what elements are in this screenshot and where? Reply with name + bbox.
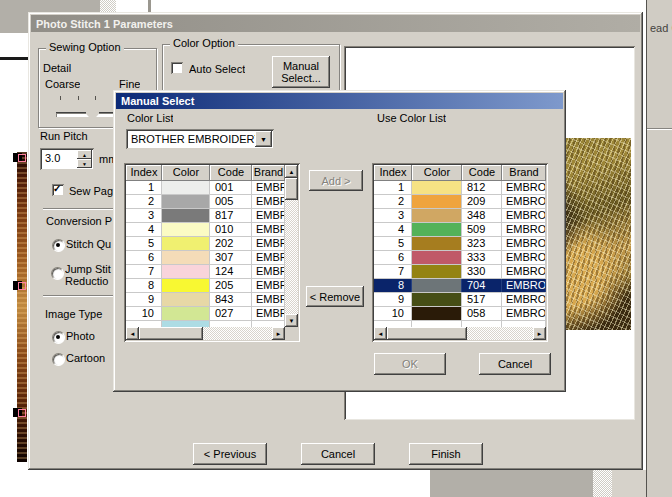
cell-brand: EMBRO xyxy=(252,279,285,292)
cell-code: 509 xyxy=(462,223,502,236)
column-header[interactable]: Brand xyxy=(252,165,285,181)
vscrollbar-thumb[interactable] xyxy=(285,178,298,200)
finish-button[interactable]: Finish xyxy=(409,443,483,465)
use-color-list-table[interactable]: IndexColorCodeBrand1812EMBROID2209EMBROI… xyxy=(372,163,548,342)
jump-stitch-radio[interactable] xyxy=(51,267,64,280)
cell-brand: EMBROID xyxy=(502,307,546,320)
manual-select-cancel-button[interactable]: Cancel xyxy=(479,353,551,375)
stitch-quality-radio[interactable] xyxy=(52,239,65,252)
manual-select-button[interactable]: Manual Select... xyxy=(272,56,330,88)
cell-brand: EMBRO xyxy=(252,307,285,320)
remove-button[interactable]: < Remove xyxy=(306,286,364,307)
scroll-right-icon[interactable]: ► xyxy=(533,327,546,340)
cell-code: 307 xyxy=(210,251,252,264)
cell-color xyxy=(412,293,462,306)
background-bottom-strip xyxy=(430,470,593,497)
app-canvas: ead C Photo Stitch 1 Parameters Sewing O… xyxy=(0,0,672,497)
selection-handle-middle[interactable] xyxy=(13,281,22,290)
photo-radio[interactable] xyxy=(52,331,65,344)
table-row[interactable]: 9517EMBROID xyxy=(374,293,546,307)
table-row[interactable]: 10058EMBROID xyxy=(374,307,546,321)
spin-up-icon[interactable]: ▲ xyxy=(77,150,92,159)
cell-code: 517 xyxy=(462,293,502,306)
table-row[interactable]: 3348EMBROID xyxy=(374,209,546,223)
cell-brand: EMBROID xyxy=(502,251,546,264)
color-swatch xyxy=(162,307,209,320)
table-row[interactable]: 5323EMBROID xyxy=(374,237,546,251)
fine-label: Fine xyxy=(119,78,140,90)
scroll-down-icon[interactable]: ▼ xyxy=(285,314,298,327)
cell-code: 704 xyxy=(462,279,502,292)
hscrollbar-track[interactable] xyxy=(467,327,533,340)
color-swatch xyxy=(412,265,461,278)
scroll-left-icon[interactable]: ◄ xyxy=(126,327,139,340)
cell-index: 2 xyxy=(126,195,162,208)
previous-button[interactable]: < Previous xyxy=(193,443,267,465)
vertical-scrollbar[interactable]: ▲▼ xyxy=(285,165,298,340)
table-row[interactable]: 2005EMBRO xyxy=(126,195,285,209)
column-header[interactable]: Code xyxy=(462,165,502,181)
column-header[interactable]: Color xyxy=(162,165,210,181)
table-row[interactable]: 3817EMBRO xyxy=(126,209,285,223)
table-row[interactable]: 4010EMBRO xyxy=(126,223,285,237)
horizontal-scrollbar[interactable]: ◄► xyxy=(374,327,546,340)
color-swatch xyxy=(412,251,461,264)
combo-dropdown-button[interactable]: ▼ xyxy=(255,131,272,147)
ok-button[interactable]: OK xyxy=(374,353,446,375)
cell-color xyxy=(412,195,462,208)
table-row[interactable]: 10027EMBRO xyxy=(126,307,285,321)
color-swatch xyxy=(162,181,209,194)
table-row[interactable]: 2209EMBROID xyxy=(374,195,546,209)
table-row[interactable]: 1001EMBRO xyxy=(126,181,285,195)
cell-code: 209 xyxy=(462,195,502,208)
table-row[interactable]: 4509EMBROID xyxy=(374,223,546,237)
spin-down-icon[interactable]: ▼ xyxy=(77,159,92,168)
column-header[interactable]: Brand xyxy=(502,165,546,181)
table-row[interactable]: 6333EMBROID xyxy=(374,251,546,265)
column-header[interactable]: Index xyxy=(374,165,412,181)
table-row[interactable]: 6307EMBRO xyxy=(126,251,285,265)
detail-label: Detail xyxy=(43,62,71,74)
column-header[interactable]: Color xyxy=(412,165,462,181)
auto-select-checkbox[interactable] xyxy=(171,62,183,74)
sew-page-checkbox[interactable] xyxy=(52,184,64,196)
add-button[interactable]: Add > xyxy=(309,170,363,191)
color-list-value: BROTHER EMBROIDERY xyxy=(126,133,255,145)
vscrollbar-track[interactable] xyxy=(285,200,298,314)
column-header[interactable]: Index xyxy=(126,165,162,181)
manual-select-titlebar[interactable]: Manual Select xyxy=(116,93,563,109)
sewing-option-caption: Sewing Option xyxy=(46,41,124,53)
table-row[interactable]: 7124EMBRO xyxy=(126,265,285,279)
scroll-up-icon[interactable]: ▲ xyxy=(285,165,298,178)
run-pitch-value[interactable]: 3.0 xyxy=(40,148,77,170)
table-row[interactable]: 7330EMBROID xyxy=(374,265,546,279)
run-pitch-spinner[interactable]: 3.0 ▲ ▼ xyxy=(40,148,94,170)
table-row[interactable]: 9843EMBRO xyxy=(126,293,285,307)
detail-slider-track[interactable] xyxy=(56,112,114,117)
color-list-table[interactable]: IndexColorCodeBrand1001EMBRO2005EMBRO381… xyxy=(124,163,300,342)
cancel-button[interactable]: Cancel xyxy=(301,443,375,465)
cell-code: 812 xyxy=(462,181,502,194)
hscrollbar-thumb[interactable] xyxy=(387,327,467,340)
photo-stitch-titlebar[interactable]: Photo Stitch 1 Parameters xyxy=(31,15,640,32)
background-bottom-scrollbar[interactable] xyxy=(593,470,612,497)
jump-stitch-label-2: Reductio xyxy=(65,275,114,287)
selection-handle-top[interactable] xyxy=(13,153,22,162)
photo-label: Photo xyxy=(66,330,95,342)
scroll-right-icon[interactable]: ► xyxy=(272,327,285,340)
cartoon-radio[interactable] xyxy=(52,353,65,366)
hscrollbar-thumb[interactable] xyxy=(139,327,203,340)
cell-brand: EMBRO xyxy=(252,223,285,236)
table-row[interactable]: 1812EMBROID xyxy=(374,181,546,195)
color-list-combo[interactable]: BROTHER EMBROIDERY ▼ xyxy=(126,129,274,149)
hscrollbar-track[interactable] xyxy=(203,327,272,340)
table-row[interactable]: 8205EMBRO xyxy=(126,279,285,293)
selection-handle-bottom[interactable] xyxy=(13,408,22,417)
table-row[interactable]: 8704EMBROID xyxy=(374,279,546,293)
scroll-left-icon[interactable]: ◄ xyxy=(374,327,387,340)
horizontal-scrollbar[interactable]: ◄► xyxy=(126,327,285,340)
cell-color xyxy=(412,237,462,250)
table-row[interactable]: 5202EMBRO xyxy=(126,237,285,251)
cell-index: 3 xyxy=(126,209,162,222)
column-header[interactable]: Code xyxy=(210,165,252,181)
